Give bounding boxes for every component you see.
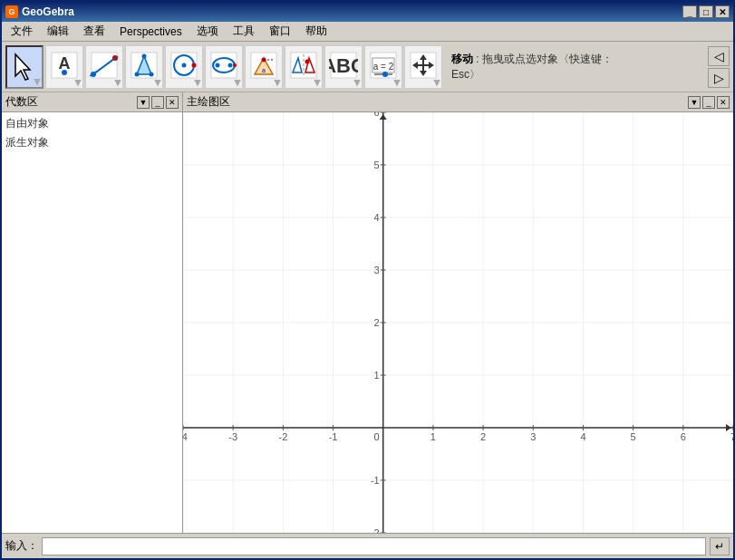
title-buttons: _ □ ✕ xyxy=(682,5,730,18)
tool-dropdown-circle xyxy=(194,80,201,87)
menu-view[interactable]: 查看 xyxy=(78,22,111,41)
tool-dropdown-angle xyxy=(274,80,281,87)
tool-point[interactable]: A xyxy=(45,45,83,89)
hint-colon: : xyxy=(476,53,482,65)
tool-dropdown-text xyxy=(353,80,361,87)
menu-window[interactable]: 窗口 xyxy=(264,22,296,41)
input-label: 输入： xyxy=(5,538,38,554)
algebra-controls: ▼ _ ✕ xyxy=(137,96,179,109)
svg-point-11 xyxy=(135,72,140,76)
tool-dropdown-pan xyxy=(433,80,440,87)
tool-pan[interactable] xyxy=(404,45,442,89)
drawing-title: 主绘图区 xyxy=(187,94,230,110)
drawing-header: 主绘图区 ▼ _ ✕ xyxy=(183,92,733,112)
grid-canvas xyxy=(183,112,733,533)
algebra-minimize-btn[interactable]: _ xyxy=(151,96,164,109)
tool-dropdown-polygon xyxy=(154,80,161,87)
input-field[interactable] xyxy=(42,537,706,555)
svg-text:ABC: ABC xyxy=(329,54,358,77)
minimize-button[interactable]: _ xyxy=(682,5,697,18)
svg-marker-0 xyxy=(15,54,30,80)
svg-rect-18 xyxy=(211,53,237,78)
app-window: G GeoGebra _ □ ✕ 文件 编辑 查看 Perspectives 选… xyxy=(0,0,735,560)
algebra-dependent-objects[interactable]: 派生对象 xyxy=(5,135,179,150)
tool-text[interactable]: ABC xyxy=(324,45,363,89)
drawing-dropdown-btn[interactable]: ▼ xyxy=(688,96,701,109)
app-icon: G xyxy=(5,5,18,18)
tool-line[interactable] xyxy=(85,45,123,89)
algebra-title: 代数区 xyxy=(5,94,38,110)
svg-point-22 xyxy=(233,63,237,67)
svg-point-17 xyxy=(192,63,197,67)
canvas-area[interactable] xyxy=(183,112,733,533)
svg-point-12 xyxy=(142,53,147,58)
tool-select[interactable] xyxy=(5,45,44,89)
tool-dropdown-reflect xyxy=(314,80,321,87)
menu-file[interactable]: 文件 xyxy=(5,22,38,41)
nav-buttons: ◁ ▷ xyxy=(708,46,730,88)
menu-options[interactable]: 选项 xyxy=(191,22,224,41)
menu-bar: 文件 编辑 查看 Perspectives 选项 工具 窗口 帮助 xyxy=(2,22,733,42)
svg-text:a: a xyxy=(262,67,266,73)
tool-circle[interactable] xyxy=(165,45,203,89)
tool-angle[interactable]: a xyxy=(245,45,283,89)
menu-tools[interactable]: 工具 xyxy=(227,22,260,41)
algebra-free-objects[interactable]: 自由对象 xyxy=(5,116,179,131)
menu-perspectives[interactable]: Perspectives xyxy=(114,24,188,40)
algebra-panel: 代数区 ▼ _ ✕ 自由对象 派生对象 xyxy=(2,92,183,533)
title-bar: G GeoGebra _ □ ✕ xyxy=(2,2,733,22)
algebra-header: 代数区 ▼ _ ✕ xyxy=(2,92,182,112)
tool-dropdown-point xyxy=(74,80,82,87)
tool-polygon[interactable] xyxy=(125,45,163,89)
content-area: 代数区 ▼ _ ✕ 自由对象 派生对象 主绘图区 ▼ _ ✕ xyxy=(2,92,733,533)
menu-help[interactable]: 帮助 xyxy=(300,22,333,41)
svg-point-21 xyxy=(228,63,233,67)
svg-point-13 xyxy=(150,72,154,76)
drawing-close-btn[interactable]: ✕ xyxy=(717,96,730,109)
tool-dropdown-ellipse xyxy=(234,80,241,87)
svg-point-39 xyxy=(382,72,388,77)
drawing-controls: ▼ _ ✕ xyxy=(688,96,730,109)
svg-point-16 xyxy=(182,63,187,67)
algebra-close-btn[interactable]: ✕ xyxy=(166,96,179,109)
window-title: GeoGebra xyxy=(22,5,74,18)
svg-point-3 xyxy=(62,70,67,75)
maximize-button[interactable]: □ xyxy=(699,5,713,18)
input-enter-button[interactable]: ↵ xyxy=(710,537,730,555)
tool-dropdown-formula xyxy=(393,80,401,87)
toolbar: A xyxy=(2,42,733,92)
drawing-panel: 主绘图区 ▼ _ ✕ xyxy=(183,92,733,533)
input-bar: 输入： ↵ xyxy=(2,533,733,558)
hint-label: 移动 xyxy=(451,53,473,65)
undo-button[interactable]: ◁ xyxy=(708,46,730,66)
drawing-minimize-btn[interactable]: _ xyxy=(702,96,715,109)
close-button[interactable]: ✕ xyxy=(715,5,730,18)
tool-dropdown-line xyxy=(114,80,121,87)
redo-button[interactable]: ▷ xyxy=(708,68,730,88)
svg-point-20 xyxy=(216,63,220,67)
hint-area: 移动 : 拖曳或点选对象〈快速键：Esc〉 xyxy=(444,48,643,86)
algebra-content: 自由对象 派生对象 xyxy=(2,112,182,533)
menu-edit[interactable]: 编辑 xyxy=(42,22,74,41)
tool-formula[interactable]: a = 2 xyxy=(364,45,402,89)
algebra-dropdown-btn[interactable]: ▼ xyxy=(137,96,150,109)
tool-reflect[interactable] xyxy=(285,45,323,89)
tool-ellipse[interactable] xyxy=(205,45,243,89)
svg-text:a = 2: a = 2 xyxy=(373,62,394,72)
svg-point-32 xyxy=(305,59,310,63)
